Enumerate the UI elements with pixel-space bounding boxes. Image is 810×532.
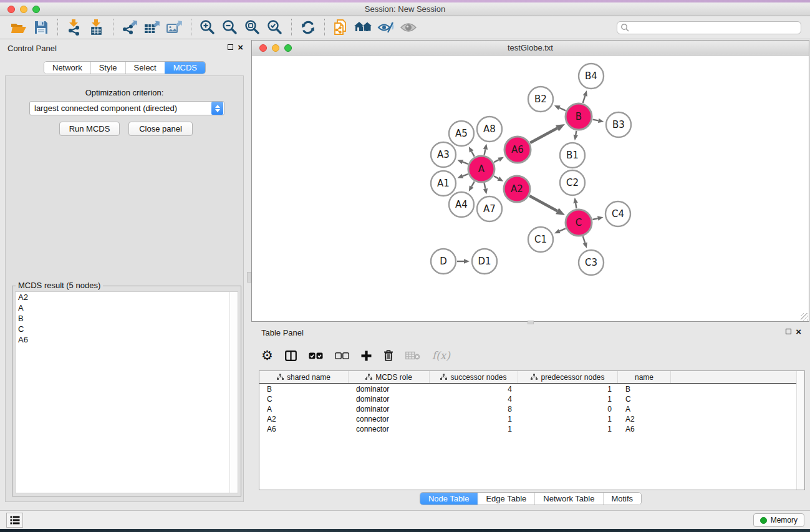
table-row[interactable]: Cdominator41C: [259, 394, 804, 404]
table-cell: C: [259, 394, 349, 404]
result-list-item[interactable]: B: [16, 313, 238, 324]
table-tab-edge-table[interactable]: Edge Table: [477, 493, 534, 505]
hide-panel-icon[interactable]: [375, 18, 397, 37]
zoom-fit-icon[interactable]: [241, 18, 264, 37]
run-mcds-button[interactable]: Run MCDS: [59, 122, 120, 136]
tab-mcds[interactable]: MCDS: [165, 62, 205, 74]
zoom-out-icon[interactable]: [219, 18, 241, 37]
column-header-shared-name[interactable]: shared name: [259, 371, 349, 383]
show-panel-icon[interactable]: [397, 18, 420, 37]
graph-edge-A-A8[interactable]: [485, 149, 486, 155]
table-row[interactable]: Bdominator41B: [259, 384, 804, 394]
select-all-columns-icon[interactable]: [309, 352, 323, 359]
close-table-panel-icon[interactable]: ×: [796, 328, 801, 335]
network-close-button[interactable]: [259, 44, 267, 52]
graph-edge-A-A7[interactable]: [485, 183, 486, 189]
float-table-panel-icon[interactable]: [786, 329, 791, 334]
export-image-icon[interactable]: [163, 18, 186, 37]
table-scrollbar[interactable]: [796, 371, 804, 490]
graph-edge-A-A6[interactable]: [494, 160, 499, 162]
graph-edge-B-B3[interactable]: [593, 120, 599, 121]
result-list-item[interactable]: A: [16, 302, 238, 313]
network-maximize-button[interactable]: [284, 44, 292, 52]
result-list-scrollbar[interactable]: [229, 292, 238, 493]
delete-column-icon[interactable]: [383, 350, 393, 361]
task-history-button[interactable]: [6, 513, 23, 528]
add-column-icon[interactable]: [361, 351, 372, 361]
function-builder-icon-disabled: f(x): [432, 349, 450, 362]
dropdown-stepper-icon: [211, 102, 223, 115]
network-canvas-svg: AA1A2A3A4A5A6A7A8BB1B2B3B4CC1C2C3C4DD1: [252, 56, 809, 322]
network-resize-grip[interactable]: [801, 313, 808, 321]
graph-edge-arrowhead: [556, 124, 565, 131]
column-header-name[interactable]: name: [618, 371, 671, 383]
node-table[interactable]: shared nameMCDS rolesuccessor nodesprede…: [259, 370, 805, 490]
graph-edge-A-A2[interactable]: [494, 176, 498, 178]
graph-edge-B-B1[interactable]: [576, 131, 576, 135]
column-header-predecessor-nodes[interactable]: predecessor nodes: [518, 371, 618, 383]
graph-edge-A-A5[interactable]: [471, 152, 475, 157]
save-session-icon[interactable]: [30, 18, 52, 37]
graph-node-label-A7: A7: [483, 203, 496, 215]
graph-edge-B-B2[interactable]: [559, 108, 566, 111]
search-input[interactable]: [630, 22, 801, 33]
table-tab-node-table[interactable]: Node Table: [420, 493, 478, 505]
vertical-splitter-handle[interactable]: [247, 272, 251, 283]
main-titlebar[interactable]: Session: New Session: [0, 2, 810, 16]
maximize-window-button[interactable]: [32, 6, 40, 13]
graph-edge-C-C3[interactable]: [583, 236, 585, 243]
column-header-mcds-role[interactable]: MCDS role: [349, 371, 430, 383]
network-canvas[interactable]: AA1A2A3A4A5A6A7A8BB1B2B3B4CC1C2C3C4DD1: [252, 56, 809, 321]
refresh-icon[interactable]: [297, 18, 319, 37]
result-list-item[interactable]: A6: [16, 334, 238, 345]
graph-edge-C-C2[interactable]: [576, 203, 576, 209]
table-row[interactable]: Adominator80A: [259, 404, 804, 414]
tab-select[interactable]: Select: [125, 62, 165, 74]
graph-edge-arrowhead: [597, 216, 604, 220]
graph-edge-A-A4[interactable]: [471, 181, 475, 186]
graph-edge-C-C1[interactable]: [559, 228, 566, 231]
minimize-window-button[interactable]: [20, 6, 27, 13]
import-table-icon[interactable]: [85, 18, 108, 37]
mcds-result-list[interactable]: A2ABCA6: [15, 291, 238, 493]
close-panel-button[interactable]: Close panel: [128, 122, 193, 136]
graph-edge-B-B4[interactable]: [583, 96, 586, 103]
open-session-icon[interactable]: [7, 18, 30, 37]
network-window-titlebar[interactable]: testGlobe.txt: [252, 41, 809, 56]
new-network-from-file-icon[interactable]: [330, 18, 352, 37]
table-tab-network-table[interactable]: Network Table: [534, 493, 602, 505]
table-row[interactable]: A2connector11A2: [259, 414, 804, 424]
graph-edge-C-C4[interactable]: [592, 218, 597, 220]
zoom-in-icon[interactable]: [196, 18, 219, 37]
result-list-item[interactable]: A2: [16, 292, 238, 302]
network-minimize-button[interactable]: [272, 44, 279, 52]
graph-node-label-B: B: [576, 111, 582, 122]
search-field[interactable]: [617, 21, 801, 34]
result-list-item[interactable]: C: [16, 324, 238, 334]
memory-button[interactable]: Memory: [753, 513, 804, 527]
graph-edge-arrowhead: [573, 198, 577, 203]
toolbar-separator: [191, 19, 191, 36]
import-network-icon[interactable]: [63, 18, 85, 37]
tab-network[interactable]: Network: [44, 62, 90, 74]
column-header-successor-nodes[interactable]: successor nodes: [430, 371, 518, 383]
table-row[interactable]: A6connector11A6: [259, 424, 804, 434]
criterion-dropdown[interactable]: largest connected component (directed): [29, 101, 224, 115]
export-table-icon[interactable]: [141, 18, 163, 37]
graph-edge-A-A1[interactable]: [463, 174, 468, 176]
home-icon[interactable]: [352, 18, 375, 37]
table-tab-motifs[interactable]: Motifs: [602, 493, 641, 505]
graph-edge-A2-C[interactable]: [529, 196, 557, 211]
close-window-button[interactable]: [7, 6, 15, 13]
deselect-all-columns-icon[interactable]: [335, 352, 349, 359]
float-panel-icon[interactable]: [228, 44, 233, 50]
tab-style[interactable]: Style: [90, 62, 125, 74]
close-panel-icon[interactable]: ×: [238, 44, 243, 51]
settings-gear-icon[interactable]: ⚙: [261, 349, 273, 362]
memory-status-icon: [760, 517, 767, 524]
graph-edge-A-A3[interactable]: [463, 162, 468, 164]
export-network-icon[interactable]: [118, 18, 141, 37]
zoom-selected-icon[interactable]: [264, 18, 286, 37]
graph-edge-A6-B[interactable]: [530, 128, 557, 143]
column-layout-icon[interactable]: [285, 351, 297, 361]
